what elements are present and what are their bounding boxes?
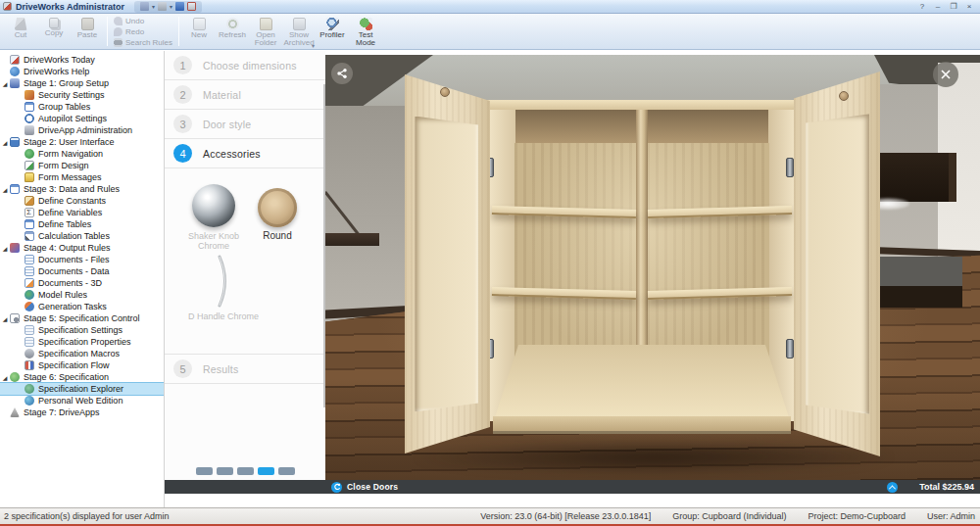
- status-left-text: 2 specification(s) displayed for user Ad…: [4, 511, 170, 521]
- print-icon[interactable]: [158, 2, 167, 11]
- toolbar-button-paste[interactable]: Paste: [71, 16, 104, 39]
- tree-expander-icon[interactable]: ◢: [0, 186, 10, 193]
- sidebar-item-documents-data[interactable]: Documents - Data: [0, 265, 164, 277]
- status-field: Group: Cupboard (Individual): [672, 511, 786, 521]
- sidebar-item-stage-6-specification[interactable]: ◢Stage 6: Specification: [0, 371, 164, 383]
- toolbar-button-undo[interactable]: Undo: [111, 16, 147, 26]
- chevron-down-icon[interactable]: ▾: [170, 3, 172, 10]
- sidebar-item-define-tables[interactable]: Define Tables: [0, 218, 164, 230]
- toolbar-button-cut[interactable]: Cut: [4, 16, 37, 39]
- clock-icon: [24, 114, 34, 123]
- wizard-step-3[interactable]: 3Door style: [165, 110, 325, 139]
- close-window-button[interactable]: ×: [962, 1, 976, 12]
- tree-expander-icon[interactable]: ◢: [0, 315, 10, 322]
- door-knob: [440, 87, 450, 97]
- model-icon: [24, 290, 34, 300]
- pagination-dot[interactable]: [278, 467, 295, 475]
- sidebar-item-label: Specification Settings: [38, 325, 122, 335]
- sidebar-item-specification-settings[interactable]: Specification Settings: [0, 324, 164, 336]
- sidebar-item-stage-2-user-interface[interactable]: ◢Stage 2: User Interface: [0, 136, 164, 148]
- toolbar-button-copy[interactable]: Copy: [37, 16, 71, 37]
- sidebar-item-label: Autopilot Settings: [38, 114, 107, 123]
- sidebar-item-driveworks-help[interactable]: DriveWorks Help: [0, 66, 164, 77]
- toolbar-button-show-archived[interactable]: Show Archived: [282, 16, 316, 47]
- wizard-step-5[interactable]: 5Results: [165, 355, 325, 384]
- save-icon[interactable]: [175, 2, 184, 11]
- doc-icon: [24, 266, 34, 276]
- restore-window-button[interactable]: ❐: [947, 1, 960, 12]
- sidebar-item-personal-web-edition[interactable]: Personal Web Edition: [0, 395, 164, 406]
- sidebar-item-specification-flow[interactable]: Specification Flow: [0, 359, 164, 371]
- sidebar-item-specification-explorer[interactable]: Specification Explorer: [0, 383, 164, 395]
- wizard-step-1[interactable]: 1Choose dimensions: [165, 51, 325, 80]
- sidebar-item-specification-macros[interactable]: Specification Macros: [0, 348, 164, 359]
- tree-expander-icon[interactable]: ◢: [0, 245, 10, 252]
- minimize-window-button[interactable]: –: [931, 1, 945, 12]
- sidebar-item-stage-3-data-and-rules[interactable]: ◢Stage 3: Data and Rules: [0, 183, 164, 195]
- toolbar-button-search-rules[interactable]: Search Rules: [111, 37, 175, 48]
- tree-expander-icon[interactable]: ◢: [0, 374, 10, 381]
- stage7-icon: [10, 407, 20, 417]
- sidebar-item-stage-5-specification-control[interactable]: ◢Stage 5: Specification Control: [0, 312, 164, 324]
- toolbar-button-label: Show Archived: [283, 31, 314, 47]
- share-button[interactable]: [331, 63, 353, 84]
- sidebar-item-generation-tasks[interactable]: Generation Tasks: [0, 301, 164, 312]
- help-window-button[interactable]: ?: [915, 1, 929, 12]
- close-doors-label[interactable]: Close Doors: [347, 482, 398, 492]
- sidebar-item-documents-3d[interactable]: Documents - 3D: [0, 277, 164, 289]
- chevron-down-icon[interactable]: ▾: [152, 3, 155, 10]
- pagination-dot[interactable]: [237, 467, 254, 475]
- wizard-step-2[interactable]: 2Material: [165, 80, 325, 110]
- sidebar-item-calculation-tables[interactable]: Calculation Tables: [0, 230, 164, 242]
- sidebar-item-label: Specification Flow: [38, 360, 110, 370]
- toolbar-button-profiler[interactable]: Profiler: [316, 16, 349, 39]
- sidebar-item-form-design[interactable]: Form Design: [0, 160, 164, 171]
- toolbar-button-label: Paste: [77, 31, 97, 39]
- table2-icon: [24, 219, 34, 229]
- sidebar-item-stage-7-driveapps[interactable]: Stage 7: DriveApps: [0, 406, 164, 418]
- table-icon: [24, 102, 34, 112]
- sidebar-item-form-messages[interactable]: Form Messages: [0, 171, 164, 183]
- sidebar-item-security-settings[interactable]: Security Settings: [0, 89, 164, 101]
- pagination-dot[interactable]: [258, 467, 274, 475]
- sidebar-item-stage-4-output-rules[interactable]: ◢Stage 4: Output Rules: [0, 242, 164, 254]
- close-preview-button[interactable]: [933, 62, 958, 87]
- sidebar-item-autopilot-settings[interactable]: Autopilot Settings: [0, 113, 164, 124]
- info-icon[interactable]: [187, 2, 196, 11]
- 3d-preview-viewport[interactable]: [325, 55, 980, 480]
- cabinet-door-left[interactable]: [405, 74, 490, 454]
- sidebar-item-driveworks-today[interactable]: DriveWorks Today: [0, 54, 164, 66]
- tree-expander-icon[interactable]: ◢: [0, 80, 10, 87]
- pagination-dot[interactable]: [217, 467, 233, 475]
- sidebar-item-specification-properties[interactable]: Specification Properties: [0, 336, 164, 348]
- toolbar-button-test-mode[interactable]: Test Mode: [349, 16, 382, 47]
- tree-expander-icon[interactable]: ◢: [0, 139, 10, 146]
- toolbar-button-redo[interactable]: Redo: [111, 26, 147, 37]
- sidebar-item-form-navigation[interactable]: Form Navigation: [0, 148, 164, 160]
- sidebar-item-driveapp-administration[interactable]: DriveApp Administration: [0, 124, 164, 136]
- sidebar-item-group-tables[interactable]: Group Tables: [0, 101, 164, 113]
- toolbar-button-open-folder[interactable]: Open Folder: [249, 16, 282, 47]
- pagination-dot[interactable]: [196, 467, 213, 475]
- stage5-icon: [10, 313, 20, 323]
- sidebar-item-label: Specification Explorer: [38, 384, 123, 394]
- sidebar-item-label: DriveApp Administration: [38, 125, 132, 135]
- sidebar-item-documents-files[interactable]: Documents - Files: [0, 254, 164, 265]
- chevron-down-icon[interactable]: ▾: [312, 42, 315, 49]
- sidebar-item-model-rules[interactable]: Model Rules: [0, 289, 164, 301]
- accessory-option-d-handle[interactable]: D Handle Chrome: [178, 255, 269, 321]
- cabinet-door-right[interactable]: [794, 72, 880, 456]
- sidebar-item-define-constants[interactable]: Define Constants: [0, 195, 164, 207]
- sidebar-item-stage-1-group-setup[interactable]: ◢Stage 1: Group Setup: [0, 77, 164, 89]
- accessory-option-wood-knob[interactable]: Round: [249, 188, 306, 241]
- document-icon[interactable]: [140, 2, 149, 11]
- sidebar-item-label: Security Settings: [38, 90, 105, 100]
- expand-summary-button[interactable]: [887, 482, 898, 493]
- sidebar-item-define-variables[interactable]: Define Variables: [0, 207, 164, 218]
- toolbar-button-new[interactable]: New: [182, 16, 216, 39]
- toolbar-button-refresh[interactable]: Refresh: [216, 16, 249, 39]
- accessory-option-chrome-knob[interactable]: Shaker Knob Chrome: [178, 184, 249, 251]
- close-doors-button[interactable]: [331, 482, 342, 493]
- wizard-step-4[interactable]: 4Accessories: [165, 139, 325, 168]
- show-archived-icon: [293, 18, 306, 30]
